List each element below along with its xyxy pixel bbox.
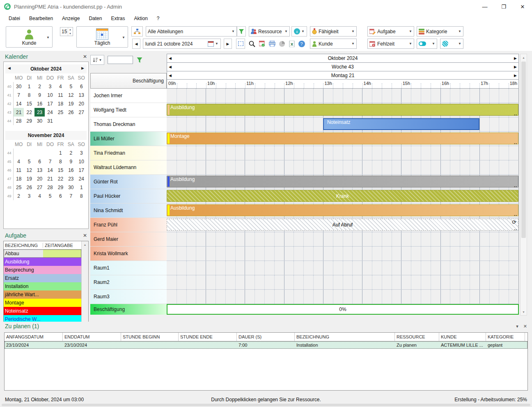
- print-button[interactable]: [268, 39, 276, 49]
- day-cell[interactable]: 8: [24, 91, 34, 99]
- day-cell[interactable]: 19: [66, 99, 76, 108]
- event-bar[interactable]: Krank: [167, 190, 518, 202]
- aufgabe-combo[interactable]: Aufgabe ▼: [367, 26, 414, 37]
- day-cell[interactable]: 25: [55, 108, 66, 117]
- kunde-view-button[interactable]: ▼ Kunde: [6, 26, 53, 48]
- day-cell[interactable]: 14: [45, 166, 55, 174]
- close-icon[interactable]: ✕: [523, 324, 527, 329]
- day-cell[interactable]: 8: [76, 192, 87, 200]
- day-cell[interactable]: 4: [55, 82, 66, 91]
- day-cell[interactable]: 21: [14, 108, 24, 117]
- resource-label[interactable]: Raum3: [90, 290, 167, 304]
- day-cell[interactable]: 2: [66, 149, 76, 157]
- day-cell[interactable]: 30: [14, 82, 24, 91]
- zp-column-header[interactable]: STUNDE BEGINN: [121, 333, 179, 341]
- day-cell[interactable]: 31: [45, 117, 55, 125]
- prev-arrow-icon[interactable]: ◀: [169, 65, 172, 69]
- hatch-filter-combo[interactable]: ▼: [440, 39, 463, 49]
- day-cell[interactable]: 10: [76, 157, 87, 166]
- kategorie-combo[interactable]: Kategorie ▼: [417, 26, 463, 37]
- spinner-up-icon[interactable]: ▲: [68, 27, 72, 32]
- task-row[interactable]: Abbau: [4, 249, 81, 258]
- restore-button[interactable]: ❐: [494, 0, 513, 13]
- event-bar[interactable]: Montage..: [167, 133, 518, 144]
- day-cell[interactable]: 8: [55, 157, 66, 166]
- kunde-combo[interactable]: Kunde ▼: [310, 39, 357, 49]
- resource-timeline[interactable]: [167, 146, 519, 160]
- resource-timeline[interactable]: [167, 261, 519, 275]
- day-cell[interactable]: 1: [76, 183, 87, 192]
- select-mode-button[interactable]: [236, 39, 245, 49]
- task-row[interactable]: Noteinsatz: [4, 307, 81, 315]
- day-cell[interactable]: 6: [76, 82, 87, 91]
- day-cell[interactable]: 23: [66, 174, 76, 183]
- menu-item-aktion[interactable]: Aktion: [129, 14, 152, 23]
- resource-label[interactable]: Thomas Dreckman: [90, 117, 167, 132]
- task-row[interactable]: jährliche Wart...: [4, 290, 81, 299]
- zp-column-header[interactable]: DAUER (S): [237, 333, 295, 341]
- day-cell[interactable]: 10: [45, 91, 55, 99]
- day-cell[interactable]: 12: [24, 166, 34, 174]
- day-cell[interactable]: 13: [34, 166, 45, 174]
- menu-item-bearbeiten[interactable]: Bearbeiten: [25, 14, 57, 23]
- day-cell[interactable]: 30: [34, 117, 45, 125]
- day-cell[interactable]: 6: [34, 157, 45, 166]
- zp-column-header[interactable]: KUNDE: [439, 333, 486, 341]
- zp-column-header[interactable]: ENDDATUM: [63, 333, 121, 341]
- scroll-thumb[interactable]: [521, 62, 526, 238]
- day-cell[interactable]: 11: [55, 91, 66, 99]
- scroll-up-icon[interactable]: ▲: [521, 54, 527, 61]
- scroll-up-icon[interactable]: ▲: [82, 241, 88, 248]
- day-cell[interactable]: 5: [45, 192, 55, 200]
- scheduler-scrollbar[interactable]: ▲ ▼: [520, 54, 527, 316]
- date-next-button[interactable]: ▶: [224, 39, 232, 49]
- excel-export-button[interactable]: x: [287, 39, 296, 49]
- day-cell[interactable]: 1: [24, 82, 34, 91]
- next-arrow-icon[interactable]: ▶: [514, 56, 517, 60]
- resource-timeline[interactable]: [167, 232, 519, 247]
- resource-timeline[interactable]: Auf Abruf..⟳: [167, 218, 519, 232]
- day-cell[interactable]: 27: [76, 108, 87, 117]
- event-bar[interactable]: Ausbildung..: [167, 176, 518, 187]
- collapse-icon[interactable]: ▾: [516, 324, 518, 329]
- resource-label[interactable]: Franz Pühl: [90, 218, 167, 232]
- day-cell[interactable]: 7: [66, 192, 76, 200]
- resource-label[interactable]: Raum2: [90, 275, 167, 290]
- search-button[interactable]: [248, 39, 256, 49]
- spinner-down-icon[interactable]: ▼: [68, 32, 72, 36]
- menu-item-anzeige[interactable]: Anzeige: [57, 14, 84, 23]
- day-cell[interactable]: 7: [14, 91, 24, 99]
- day-cell[interactable]: 21: [45, 174, 55, 183]
- resource-label[interactable]: Waltraut Lüdemann: [90, 160, 167, 175]
- day-cell[interactable]: 17: [45, 99, 55, 108]
- day-cell[interactable]: 24: [76, 174, 87, 183]
- date-picker-icon[interactable]: [208, 41, 214, 47]
- resize-handle[interactable]: ..: [514, 212, 517, 217]
- day-cell[interactable]: 2: [34, 82, 45, 91]
- filter-button[interactable]: [237, 26, 246, 37]
- menu-item-[interactable]: ?: [152, 14, 164, 23]
- day-cell[interactable]: 16: [34, 99, 45, 108]
- taeglich-view-button[interactable]: ▼ Täglich: [76, 26, 128, 48]
- zp-column-header[interactable]: KATEGORIE: [486, 333, 525, 341]
- resource-label[interactable]: Paul Hücker: [90, 189, 167, 204]
- day-cell[interactable]: 13: [76, 91, 87, 99]
- menu-item-datei[interactable]: Datei: [4, 14, 25, 23]
- resource-filter-input[interactable]: [108, 56, 133, 64]
- resize-handle[interactable]: ..: [514, 183, 517, 188]
- help-button[interactable]: ?: [297, 39, 306, 49]
- next-month-icon[interactable]: ▶: [81, 66, 84, 70]
- sort-order-button[interactable]: ▼: [90, 55, 104, 65]
- day-cell[interactable]: 5: [24, 157, 34, 166]
- day-cell[interactable]: 18: [14, 174, 24, 183]
- day-cell[interactable]: 30: [66, 183, 76, 192]
- day-cell[interactable]: 29: [24, 117, 34, 125]
- day-cell[interactable]: 17: [76, 166, 87, 174]
- day-cell[interactable]: 26: [66, 108, 76, 117]
- day-cell[interactable]: 20: [34, 174, 45, 183]
- interval-spinner[interactable]: 15 ▲ ▼: [60, 27, 73, 36]
- resource-timeline[interactable]: [167, 275, 519, 290]
- day-cell[interactable]: 16: [66, 166, 76, 174]
- resource-timeline[interactable]: Ausbildung..: [167, 175, 519, 189]
- task-col-zeitangabe[interactable]: ZEITANGABE: [43, 243, 81, 248]
